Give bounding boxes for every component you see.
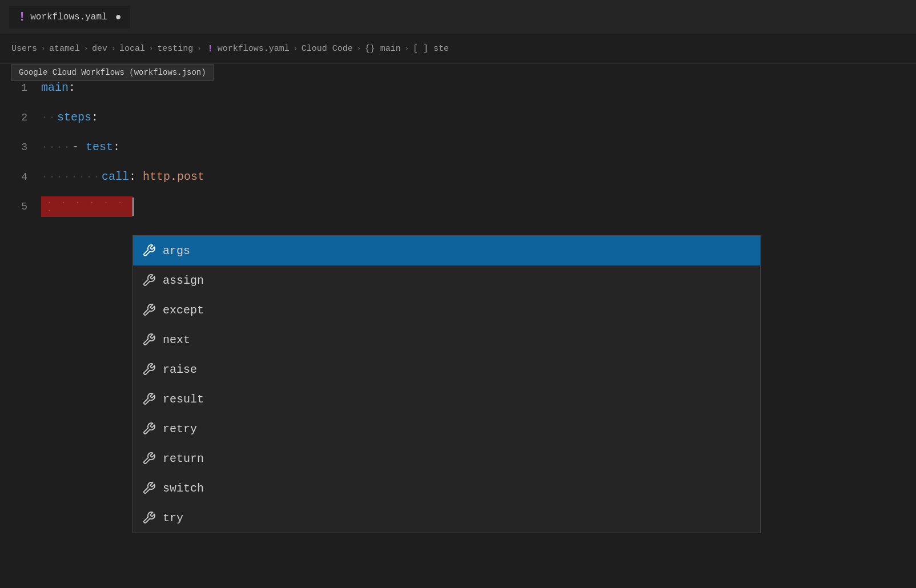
autocomplete-label-result: result: [163, 393, 204, 406]
breadcrumb-dev[interactable]: dev: [92, 44, 107, 54]
language-tooltip: Google Cloud Workflows (workflows.json): [11, 64, 214, 81]
autocomplete-label-except: except: [163, 304, 204, 317]
breadcrumb: Users › atamel › dev › local › testing ›…: [0, 34, 916, 64]
line-number-5: 5: [0, 202, 41, 212]
indent-guide-3: ····: [41, 142, 71, 153]
wrench-icon-raise: [142, 363, 156, 376]
autocomplete-dropdown: args assign except next raise: [132, 235, 761, 533]
value-http-post: http.post: [143, 171, 204, 183]
autocomplete-label-return: return: [163, 452, 204, 465]
wrench-icon-assign: [142, 273, 156, 287]
line-number-4: 4: [0, 172, 41, 182]
line-number-1: 1: [0, 83, 41, 93]
tab-workflows-yaml[interactable]: ! workflows.yaml ●: [9, 6, 130, 29]
autocomplete-item-except[interactable]: except: [133, 295, 760, 325]
autocomplete-item-args[interactable]: args: [133, 236, 760, 265]
tab-bar: ! workflows.yaml ●: [0, 0, 916, 34]
autocomplete-item-return[interactable]: return: [133, 444, 760, 473]
breadcrumb-main[interactable]: {} main: [365, 44, 401, 54]
tab-filename: workflows.yaml: [30, 12, 107, 22]
autocomplete-item-try[interactable]: try: [133, 503, 760, 533]
wrench-icon-next: [142, 333, 156, 347]
keyword-steps: steps: [57, 112, 91, 123]
keyword-call: call: [102, 171, 129, 183]
autocomplete-item-switch[interactable]: switch: [133, 473, 760, 503]
autocomplete-item-next[interactable]: next: [133, 325, 760, 355]
keyword-main: main: [41, 82, 69, 94]
breadcrumb-testing[interactable]: testing: [157, 44, 193, 54]
error-indicator: · · · · · · ·: [41, 196, 132, 217]
editor-area: 1 main: 2 ·· steps: 3 ···· - test: 4 ···…: [0, 64, 916, 221]
autocomplete-item-result[interactable]: result: [133, 384, 760, 414]
breadcrumb-cloudcode[interactable]: Cloud Code: [302, 44, 353, 54]
autocomplete-item-raise[interactable]: raise: [133, 355, 760, 384]
wrench-icon-try: [142, 511, 156, 525]
line-1-content: main:: [41, 82, 75, 94]
editor-line-3: 3 ···· - test:: [0, 132, 916, 162]
editor-line-4: 4 ········ call: http.post: [0, 162, 916, 192]
line-2-content: ·· steps:: [41, 112, 98, 123]
autocomplete-label-switch: switch: [163, 482, 204, 495]
line-5-content: · · · · · · ·: [41, 196, 134, 217]
autocomplete-item-assign[interactable]: assign: [133, 265, 760, 295]
line-number-3: 3: [0, 142, 41, 152]
breadcrumb-ste[interactable]: [ ] ste: [413, 44, 449, 54]
wrench-icon-retry: [142, 422, 156, 436]
line-3-content: ···· - test:: [41, 142, 120, 153]
indent-guide-2: ··: [41, 112, 56, 123]
breadcrumb-users[interactable]: Users: [11, 44, 37, 54]
breadcrumb-exclamation-icon: !: [207, 44, 213, 54]
wrench-icon-args: [142, 244, 156, 257]
autocomplete-label-raise: raise: [163, 363, 197, 376]
breadcrumb-atamel[interactable]: atamel: [49, 44, 80, 54]
autocomplete-label-try: try: [163, 512, 183, 525]
line-4-content: ········ call: http.post: [41, 171, 204, 183]
autocomplete-label-assign: assign: [163, 274, 204, 287]
wrench-icon-except: [142, 303, 156, 317]
tab-modified-dot: ●: [115, 11, 122, 23]
wrench-icon-switch: [142, 481, 156, 495]
editor-line-5[interactable]: 5 · · · · · · ·: [0, 192, 916, 221]
breadcrumb-filename[interactable]: workflows.yaml: [218, 44, 290, 54]
tab-exclamation-icon: !: [18, 10, 26, 25]
autocomplete-item-retry[interactable]: retry: [133, 414, 760, 444]
breadcrumb-local[interactable]: local: [119, 44, 145, 54]
autocomplete-label-next: next: [163, 333, 190, 347]
editor-line-2: 2 ·· steps:: [0, 103, 916, 132]
wrench-icon-return: [142, 452, 156, 465]
wrench-icon-result: [142, 392, 156, 406]
autocomplete-label-retry: retry: [163, 422, 197, 436]
autocomplete-label-args: args: [163, 244, 190, 257]
keyword-test: test: [86, 142, 113, 153]
line-number-2: 2: [0, 112, 41, 123]
error-dots: · · · · · · ·: [41, 199, 132, 215]
text-cursor: [132, 198, 134, 216]
indent-guide-4: ········: [41, 171, 101, 183]
